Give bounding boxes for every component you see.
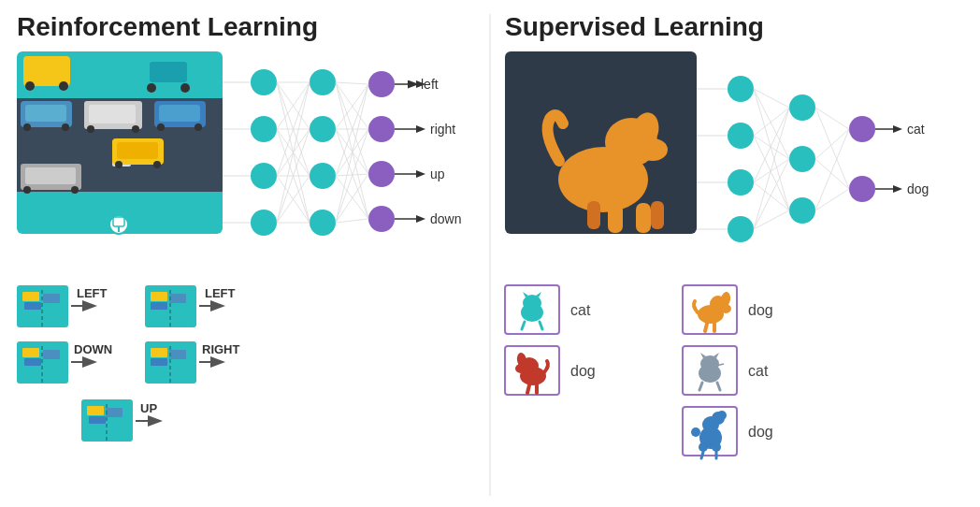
svg-line-74 xyxy=(336,84,368,223)
sl-title: Supervised Learning xyxy=(505,12,764,41)
svg-point-31 xyxy=(71,186,79,194)
svg-point-201 xyxy=(515,364,526,373)
svg-rect-142 xyxy=(587,201,600,229)
svg-point-11 xyxy=(180,83,190,93)
svg-rect-114 xyxy=(24,358,41,366)
svg-line-64 xyxy=(336,82,368,174)
svg-point-139 xyxy=(638,138,668,161)
svg-rect-33 xyxy=(113,217,124,226)
svg-rect-29 xyxy=(25,167,76,184)
rl-output-right: right xyxy=(430,122,455,137)
svg-point-41 xyxy=(310,210,336,236)
svg-point-15 xyxy=(62,123,69,131)
svg-text:up: up xyxy=(430,167,445,181)
svg-line-166 xyxy=(815,108,849,189)
svg-line-162 xyxy=(754,108,789,229)
svg-rect-99 xyxy=(43,294,60,303)
svg-text:cat: cat xyxy=(748,363,769,379)
svg-point-23 xyxy=(195,123,202,131)
svg-rect-130 xyxy=(89,416,106,424)
svg-rect-106 xyxy=(151,302,167,310)
svg-text:cat: cat xyxy=(570,302,591,318)
svg-line-168 xyxy=(815,159,849,189)
svg-rect-97 xyxy=(22,292,39,301)
svg-line-187 xyxy=(540,322,542,329)
svg-text:LEFT: LEFT xyxy=(205,286,236,300)
svg-text:dog: dog xyxy=(907,181,929,196)
svg-line-159 xyxy=(754,108,789,182)
svg-rect-123 xyxy=(169,350,186,359)
svg-line-169 xyxy=(815,129,849,210)
svg-point-148 xyxy=(789,94,815,121)
svg-point-147 xyxy=(728,216,754,242)
svg-point-144 xyxy=(728,76,754,102)
svg-line-211 xyxy=(717,383,720,390)
svg-line-161 xyxy=(754,182,789,210)
svg-rect-131 xyxy=(106,408,122,417)
svg-point-14 xyxy=(23,123,31,131)
svg-rect-141 xyxy=(636,203,651,233)
svg-rect-105 xyxy=(151,292,167,301)
svg-point-39 xyxy=(310,116,336,142)
svg-point-149 xyxy=(789,146,815,172)
svg-line-194 xyxy=(705,324,707,331)
svg-point-193 xyxy=(720,304,731,313)
svg-line-153 xyxy=(754,89,789,108)
svg-rect-143 xyxy=(651,201,664,229)
svg-rect-5 xyxy=(28,60,65,80)
svg-rect-129 xyxy=(87,406,104,415)
svg-point-36 xyxy=(251,163,277,189)
svg-rect-113 xyxy=(22,348,39,357)
nn-rl-input-1 xyxy=(251,69,277,95)
svg-point-40 xyxy=(310,163,336,189)
svg-text:dog: dog xyxy=(570,363,596,379)
svg-line-170 xyxy=(815,189,849,210)
svg-line-167 xyxy=(815,129,849,159)
svg-rect-115 xyxy=(43,350,60,359)
svg-rect-17 xyxy=(89,105,136,123)
svg-point-7 xyxy=(59,81,68,91)
rl-title: Reinforcement Learning xyxy=(17,12,318,41)
svg-line-155 xyxy=(754,89,789,210)
svg-rect-25 xyxy=(117,142,158,159)
svg-marker-179 xyxy=(893,185,902,193)
svg-line-158 xyxy=(754,136,789,210)
svg-point-18 xyxy=(87,125,94,133)
svg-line-77 xyxy=(336,219,368,223)
svg-text:UP: UP xyxy=(140,401,157,415)
main-diagram: Reinforcement Learning xyxy=(0,0,980,507)
svg-text:dog: dog xyxy=(748,302,773,318)
svg-point-35 xyxy=(251,116,277,142)
svg-point-150 xyxy=(789,197,815,224)
svg-line-186 xyxy=(522,322,525,329)
svg-rect-9 xyxy=(150,62,187,82)
svg-point-10 xyxy=(147,83,156,93)
svg-point-22 xyxy=(157,123,165,131)
svg-text:DOWN: DOWN xyxy=(74,342,112,356)
svg-text:cat: cat xyxy=(907,122,925,137)
svg-point-151 xyxy=(849,116,875,142)
svg-marker-176 xyxy=(893,125,902,133)
svg-rect-21 xyxy=(159,105,200,122)
svg-line-164 xyxy=(754,210,789,229)
svg-marker-85 xyxy=(416,125,425,133)
svg-point-146 xyxy=(728,169,754,196)
svg-point-152 xyxy=(849,176,875,202)
svg-line-202 xyxy=(527,385,529,393)
svg-point-6 xyxy=(25,81,35,91)
svg-point-45 xyxy=(368,206,395,232)
svg-line-165 xyxy=(815,108,849,129)
svg-point-223 xyxy=(691,427,700,437)
svg-line-221 xyxy=(701,452,703,458)
svg-text:dog: dog xyxy=(748,424,773,440)
svg-line-210 xyxy=(699,383,702,390)
svg-point-44 xyxy=(368,161,395,187)
svg-point-43 xyxy=(368,116,395,142)
svg-point-38 xyxy=(310,69,336,95)
svg-rect-98 xyxy=(24,302,41,310)
svg-marker-90 xyxy=(416,215,425,223)
svg-line-62 xyxy=(336,82,368,84)
svg-point-27 xyxy=(153,161,161,168)
svg-point-42 xyxy=(368,71,395,97)
svg-text:RIGHT: RIGHT xyxy=(202,342,240,356)
